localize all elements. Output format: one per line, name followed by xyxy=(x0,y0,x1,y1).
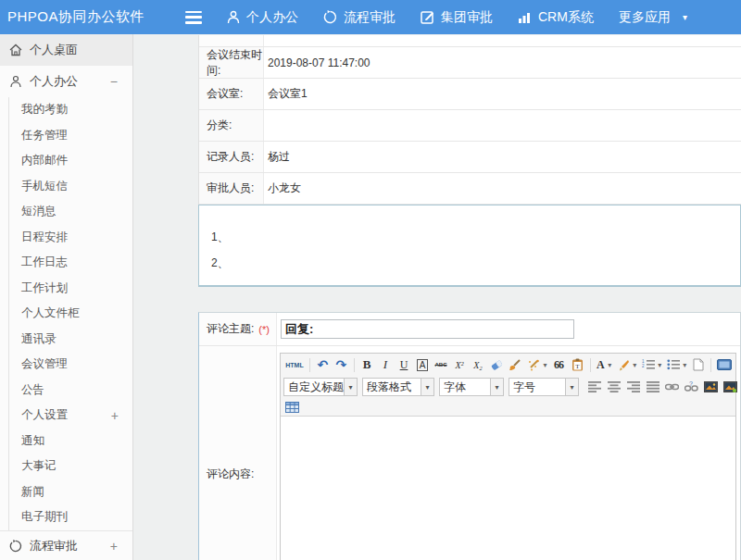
expand-icon[interactable]: + xyxy=(110,539,118,554)
rich-text-editor: HTML ↶ ↷ B I U A ABC X² X₂ xyxy=(280,353,736,560)
sidebar-item-contacts[interactable]: 通讯录 xyxy=(9,327,132,353)
redo-button[interactable]: ↷ xyxy=(333,356,350,373)
fullscreen-button[interactable] xyxy=(715,356,733,373)
remove-format-button[interactable] xyxy=(488,356,506,373)
content-line: 2、 xyxy=(199,255,740,271)
superscript-button[interactable]: X² xyxy=(451,356,469,373)
sidebar-item-tasks[interactable]: 任务管理 xyxy=(9,123,132,149)
font-size-select[interactable]: 字号 ▾ xyxy=(509,378,579,396)
align-center-button[interactable] xyxy=(605,379,622,395)
image-upload-icon[interactable] xyxy=(722,379,739,395)
ordered-list-button[interactable]: 12 xyxy=(639,356,657,373)
row-value: 小龙女 xyxy=(264,173,741,204)
sidebar-section-personal-office[interactable]: 个人办公 − xyxy=(0,66,132,97)
caret-down-icon[interactable]: ▾ xyxy=(421,378,434,396)
nav-personal-office[interactable]: 个人办公 xyxy=(227,9,298,26)
underline-button[interactable]: U xyxy=(396,356,413,373)
expand-icon[interactable]: + xyxy=(111,408,119,423)
sidebar-item-personal-settings[interactable]: 个人设置 + xyxy=(9,403,132,429)
nav-crm-system[interactable]: CRM系统 xyxy=(518,9,594,26)
caret-down-icon: ▾ xyxy=(683,12,687,22)
editor-toolbar: HTML ↶ ↷ B I U A ABC X² X₂ xyxy=(281,354,735,417)
undo-button[interactable]: ↶ xyxy=(314,356,332,373)
link-icon[interactable] xyxy=(663,379,681,395)
person-icon xyxy=(227,10,240,24)
sidebar-item-internal-mail[interactable]: 内部邮件 xyxy=(9,148,132,174)
home-icon xyxy=(9,44,22,56)
bold-button[interactable]: B xyxy=(358,356,376,373)
ordered-list-caret-icon[interactable]: ▾ xyxy=(658,361,663,369)
row-label: 分类: xyxy=(199,110,264,141)
font-family-select[interactable]: 字体 ▾ xyxy=(439,378,504,396)
align-justify-button[interactable] xyxy=(644,379,661,395)
sidebar-item-announcement[interactable]: 公告 xyxy=(9,378,132,404)
sidebar-item-attendance[interactable]: 我的考勤 xyxy=(9,97,132,123)
italic-button[interactable]: I xyxy=(377,356,395,373)
font-color-caret-icon[interactable]: ▾ xyxy=(608,361,613,369)
new-page-button[interactable] xyxy=(689,356,707,373)
sidebar-item-short-message[interactable]: 短消息 xyxy=(9,199,132,225)
align-left-button[interactable] xyxy=(585,379,603,395)
sidebar-item-notice[interactable]: 通知 xyxy=(9,429,132,454)
required-mark: (*) xyxy=(258,324,270,335)
sidebar-item-file-cabinet[interactable]: 个人文件柜 xyxy=(9,301,132,327)
app-title: PHPOA协同办公软件 xyxy=(7,8,178,26)
strikethrough-button[interactable]: ABC xyxy=(433,356,450,373)
sidebar-item-desktop[interactable]: 个人桌面 xyxy=(0,34,132,66)
align-right-button[interactable] xyxy=(624,379,642,395)
autotypeset-caret-icon[interactable]: ▾ xyxy=(544,361,549,369)
chart-icon xyxy=(518,11,532,24)
sidebar-item-sms[interactable]: 手机短信 xyxy=(9,174,132,200)
editor-content-area[interactable] xyxy=(281,417,735,560)
format-brush-button[interactable] xyxy=(507,356,524,373)
row-label: 会议室: xyxy=(199,79,264,109)
toolbar-row-2: 自定义标题 ▾ 段落格式 ▾ 字体 ▾ xyxy=(283,375,733,399)
html-source-button[interactable]: HTML xyxy=(283,356,306,373)
nav-label: CRM系统 xyxy=(538,9,594,26)
paste-text-button[interactable]: T xyxy=(569,356,586,373)
sidebar-item-news[interactable]: 新闻 xyxy=(9,479,132,505)
row-value: 会议室1 xyxy=(264,79,741,109)
custom-title-select[interactable]: 自定义标题 ▾ xyxy=(283,378,358,396)
row-label: 审批人员: xyxy=(199,173,264,204)
nav-label: 更多应用 xyxy=(619,9,671,26)
subscript-button[interactable]: X₂ xyxy=(470,356,487,373)
content-line: 1、 xyxy=(199,230,740,245)
sidebar-item-work-plan[interactable]: 工作计划 xyxy=(9,276,132,302)
font-color-button[interactable]: A xyxy=(594,356,607,373)
nav-more-apps[interactable]: 更多应用 ▾ xyxy=(619,9,687,26)
highlight-color-button[interactable] xyxy=(614,356,632,373)
unlink-icon[interactable]: ? xyxy=(683,379,700,395)
table-row-approver: 审批人员: 小龙女 xyxy=(199,173,741,205)
caret-down-icon[interactable]: ▾ xyxy=(345,378,358,396)
sidebar-section-flow-approval[interactable]: 流程审批 + xyxy=(0,530,132,560)
blockquote-button[interactable]: 66 xyxy=(550,356,568,373)
comment-subject-input[interactable] xyxy=(281,319,574,339)
sidebar-submenu: 我的考勤 任务管理 内部邮件 手机短信 短消息 日程安排 工作日志 工作计划 个… xyxy=(8,97,132,530)
comment-content-label: 评论内容: xyxy=(199,346,277,560)
meeting-detail-table: 会议结束时间: 2019-08-07 11:47:00 会议室: 会议室1 分类… xyxy=(198,35,741,205)
caret-down-icon[interactable]: ▾ xyxy=(566,378,579,396)
caret-down-icon[interactable]: ▾ xyxy=(491,378,504,396)
unordered-list-button[interactable] xyxy=(664,356,682,373)
sidebar-item-work-log[interactable]: 工作日志 xyxy=(9,250,132,276)
image-icon[interactable] xyxy=(702,379,720,395)
hamburger-icon[interactable] xyxy=(185,11,202,24)
sidebar-section-label: 个人办公 xyxy=(30,73,78,90)
autotypeset-button[interactable] xyxy=(525,356,543,373)
highlight-caret-icon[interactable]: ▾ xyxy=(633,361,638,369)
sidebar-item-e-journal[interactable]: 电子期刊 xyxy=(9,504,132,530)
sidebar-item-schedule[interactable]: 日程安排 xyxy=(9,225,132,251)
nav-flow-approval[interactable]: 流程审批 xyxy=(323,9,396,26)
font-style-button[interactable]: A xyxy=(414,356,432,373)
unordered-list-caret-icon[interactable]: ▾ xyxy=(683,361,688,369)
nav-label: 个人办公 xyxy=(246,9,298,26)
nav-group-approval[interactable]: 集团审批 xyxy=(421,9,493,26)
sidebar-item-meeting-management[interactable]: 会议管理 xyxy=(9,352,132,378)
collapse-icon[interactable]: − xyxy=(110,74,118,89)
sidebar-item-events[interactable]: 大事记 xyxy=(9,454,132,479)
row-value xyxy=(264,110,741,141)
paragraph-format-select[interactable]: 段落格式 ▾ xyxy=(362,378,434,396)
table-icon[interactable] xyxy=(283,399,301,416)
comment-subject-label: 评论主题: (*) xyxy=(199,313,277,345)
